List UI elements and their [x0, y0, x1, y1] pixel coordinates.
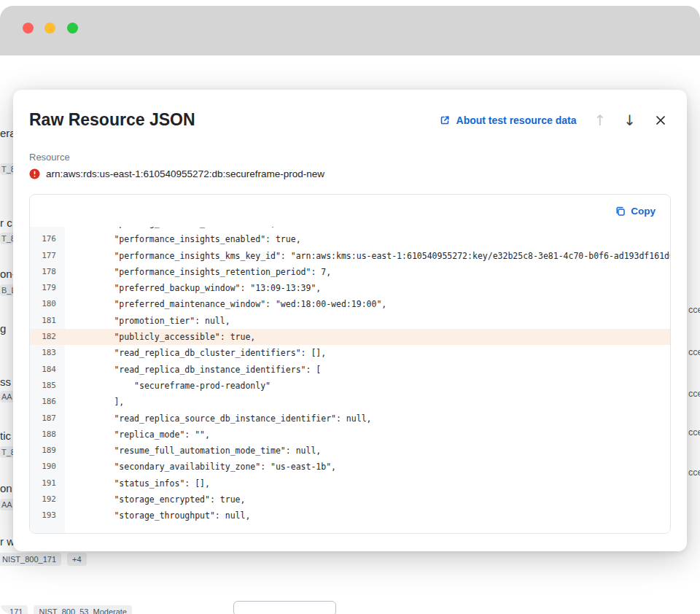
- occluded-status-text-fragment: cce: [688, 305, 700, 315]
- about-test-resource-data-link[interactable]: About test resource data: [439, 114, 577, 126]
- code-line: 189 "resume_full_automation_mode_time": …: [30, 443, 670, 459]
- line-number: 184: [30, 362, 65, 378]
- framework-badge-row: _171NIST_800_53_Moderate: [0, 605, 132, 614]
- resource-arn: arn:aws:rds:us-east-1:610540955272:db:se…: [46, 168, 324, 179]
- occluded-sidebar-text-fragment: r w: [0, 535, 15, 548]
- code-text: "performance_insights_kms_key_id": "arn:…: [65, 248, 670, 264]
- previous-finding-arrow-icon[interactable]: ↑: [594, 113, 606, 128]
- raw-resource-json-dialog: Raw Resource JSON About test resource da…: [13, 90, 687, 551]
- close-dialog-button[interactable]: [653, 113, 668, 128]
- framework-badge-row: NIST_800_171+4: [0, 553, 87, 566]
- code-line: 188 "replica_mode": "",: [30, 427, 670, 443]
- code-text: "performance_insights_retention_period":…: [65, 264, 331, 280]
- code-text: "replica_mode": "",: [65, 427, 210, 443]
- code-panel: Copy 175 "pending_modified_values": null…: [29, 194, 671, 534]
- occluded-sidebar-text-fragment: g: [0, 322, 6, 335]
- dialog-header-actions: About test resource data ↑ ↓: [439, 113, 668, 128]
- code-text: "resume_full_automation_mode_time": null…: [65, 443, 321, 459]
- code-line: 177 "performance_insights_kms_key_id": "…: [30, 248, 670, 264]
- code-text: "secondary_availability_zone": "us-east-…: [65, 459, 336, 475]
- line-number: 193: [30, 508, 65, 524]
- code-text: "preferred_backup_window": "13:09-13:39"…: [65, 280, 321, 296]
- occluded-status-text-fragment: cce: [688, 427, 700, 438]
- code-text: "preferred_maintenance_window": "wed:18:…: [65, 296, 386, 312]
- resource-label: Resource: [29, 152, 668, 163]
- line-number: 192: [30, 491, 65, 508]
- occluded-sidebar-text-fragment: on: [0, 482, 12, 494]
- resource-row: arn:aws:rds:us-east-1:610540955272:db:se…: [29, 168, 668, 179]
- app-window: RDS instances access restriction (AWS) A…: [0, 6, 700, 614]
- line-number: 182: [30, 329, 65, 345]
- copy-icon: [615, 206, 626, 217]
- external-link-icon: [439, 114, 451, 126]
- code-text: "storage_throughput": null,: [65, 508, 250, 524]
- framework-badge: NIST_800_171: [0, 553, 61, 566]
- code-line: 184 "read_replica_db_instance_identifier…: [30, 362, 670, 378]
- code-lines: 175 "pending_modified_values": null,176 …: [30, 227, 670, 524]
- dialog-header: Raw Resource JSON About test resource da…: [13, 90, 687, 130]
- line-number: 176: [30, 231, 65, 247]
- close-icon: [655, 114, 666, 126]
- line-number: 188: [30, 427, 65, 443]
- code-line: 193 "storage_throughput": null,: [30, 508, 670, 524]
- line-number: 185: [30, 378, 65, 394]
- framework-badge: _171: [0, 605, 28, 614]
- code-toolbar: Copy: [30, 195, 670, 227]
- code-text: "storage_encrypted": true,: [65, 491, 245, 508]
- copy-button[interactable]: Copy: [615, 206, 656, 217]
- dialog-title: Raw Resource JSON: [29, 110, 195, 130]
- code-line: 179 "preferred_backup_window": "13:09-13…: [30, 280, 670, 296]
- resource-block: Resource arn:aws:rds:us-east-1:610540955…: [13, 152, 687, 179]
- framework-badge: +4: [67, 553, 87, 566]
- code-line: 176 "performance_insights_enabled": true…: [30, 231, 670, 247]
- line-number: 178: [30, 264, 65, 280]
- line-number: 190: [30, 459, 65, 475]
- code-viewport[interactable]: 175 "pending_modified_values": null,176 …: [30, 227, 670, 533]
- code-text: "promotion_tier": null,: [65, 313, 230, 329]
- copy-button-label: Copy: [631, 206, 656, 217]
- line-number: 180: [30, 296, 65, 312]
- line-number: 177: [30, 248, 65, 264]
- code-text: "performance_insights_enabled": true,: [65, 231, 301, 247]
- code-line: 186 ],: [30, 394, 670, 410]
- line-number: 187: [30, 411, 65, 427]
- occluded-status-text-fragment: cce: [688, 467, 700, 478]
- code-text: "secureframe-prod-readonly": [65, 378, 271, 394]
- code-text: "status_infos": [],: [65, 475, 210, 491]
- code-text: "publicly_accessible": true,: [65, 329, 255, 345]
- line-number: 189: [30, 443, 65, 459]
- next-finding-arrow-icon[interactable]: ↓: [623, 113, 636, 128]
- framework-badge: NIST_800_53_Moderate: [34, 605, 131, 614]
- code-line: 187 "read_replica_source_db_instance_ide…: [30, 411, 670, 427]
- occluded-status-text-fragment: cce: [688, 347, 700, 357]
- code-line: 178 "performance_insights_retention_peri…: [30, 264, 670, 280]
- line-number: 179: [30, 280, 65, 296]
- code-line: 180 "preferred_maintenance_window": "wed…: [30, 296, 670, 312]
- occluded-sidebar-text-fragment: tic: [0, 430, 11, 442]
- code-line: 190 "secondary_availability_zone": "us-e…: [30, 459, 670, 475]
- code-text: "read_replica_db_instance_identifiers": …: [65, 362, 321, 378]
- code-text: "read_replica_source_db_instance_identif…: [65, 411, 372, 427]
- line-number: 181: [30, 313, 65, 329]
- about-link-label: About test resource data: [456, 114, 577, 126]
- code-line: 181 "promotion_tier": null,: [30, 313, 670, 329]
- line-number: 183: [30, 345, 65, 361]
- code-text: ],: [65, 394, 124, 410]
- occluded-status-text-fragment: cce: [688, 389, 700, 399]
- occluded-sidebar-text-fragment: r c: [0, 217, 12, 229]
- code-text: "read_replica_db_cluster_identifiers": […: [65, 345, 326, 361]
- code-line: 185 "secureframe-prod-readonly": [30, 378, 670, 394]
- code-line: 191 "status_infos": [],: [30, 475, 670, 491]
- error-icon: [29, 168, 40, 179]
- code-line: 183 "read_replica_db_cluster_identifiers…: [30, 345, 670, 361]
- line-number: 186: [30, 394, 65, 410]
- occluded-sidebar-text-fragment: ss: [0, 376, 11, 388]
- code-line-highlighted: 182 "publicly_accessible": true,: [30, 329, 670, 345]
- code-line: 192 "storage_encrypted": true,: [30, 491, 670, 508]
- line-number: 191: [30, 475, 65, 491]
